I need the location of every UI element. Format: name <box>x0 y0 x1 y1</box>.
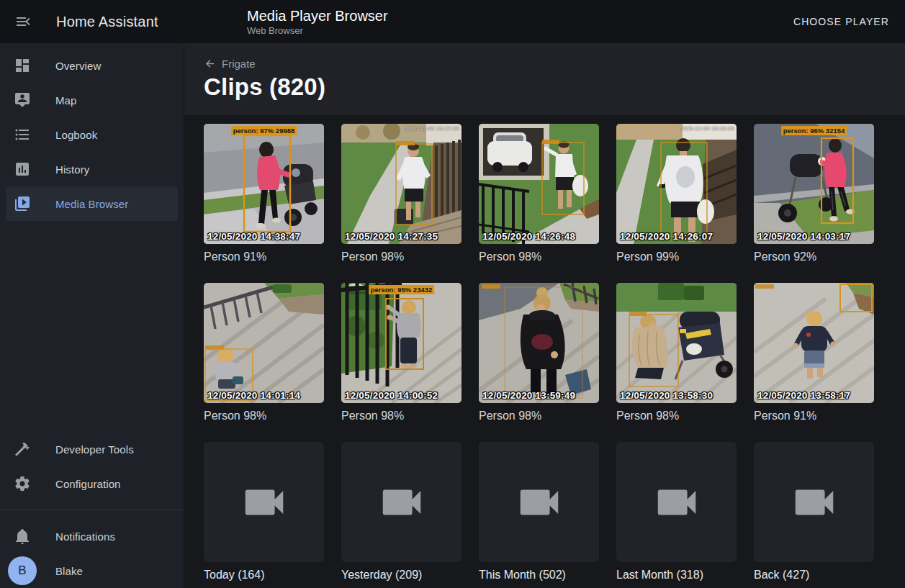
clip-caption: Person 99% <box>616 250 737 264</box>
sidebar-item-configuration[interactable]: Configuration <box>6 466 178 501</box>
clip-caption: Person 91% <box>204 250 324 264</box>
bell-icon <box>14 528 31 545</box>
video-camera-icon <box>377 477 427 528</box>
camera-osd-timestamp: 2020-12-05 15:27:36 <box>405 125 459 132</box>
video-camera-icon <box>789 477 839 528</box>
home-assistant-app: Home Assistant Media Player Browser Web … <box>0 0 905 588</box>
sidebar-item-label: Media Browser <box>55 198 128 210</box>
sidebar-item-history[interactable]: History <box>6 152 178 186</box>
camera-snapshot-art <box>341 283 461 403</box>
camera-snapshot-art <box>204 124 324 244</box>
clip-timestamp: 12/05/2020 14:01:14 <box>207 390 300 401</box>
camera-snapshot-art <box>204 283 324 403</box>
sidebar-item-label: Overview <box>55 60 101 72</box>
clip-thumbnail: person: 97% 29988 12/05/2020 14:38:47 <box>204 124 324 244</box>
clip-thumbnail: 12/05/2020 13:59:49 <box>479 283 599 403</box>
clip-card[interactable]: 12/05/2020 13:58:30 Person 98% <box>616 283 737 423</box>
clip-card[interactable]: person: 96% 32154 12/05/2020 14:03:17 Pe… <box>754 124 874 264</box>
folder-tile <box>204 442 324 562</box>
clip-caption: Person 98% <box>341 250 461 264</box>
folder-tile <box>479 442 599 562</box>
clip-timestamp: 12/05/2020 14:26:48 <box>482 231 575 242</box>
sidebar: Overview Map Logbook History Media Brows… <box>0 43 184 588</box>
sidebar-item-label: Configuration <box>55 478 121 490</box>
top-bar: Home Assistant Media Player Browser Web … <box>0 0 905 43</box>
sidebar-spacer <box>6 221 178 432</box>
clip-caption: Person 98% <box>479 250 599 264</box>
camera-snapshot-art <box>754 283 874 403</box>
media-browser-content: Frigate Clips (820) <box>184 43 905 588</box>
page-title: Clips (820) <box>204 73 905 101</box>
folder-label: Last Month (318) <box>616 568 737 582</box>
clip-card[interactable]: 12/05/2020 13:58:17 Person 91% <box>754 283 874 423</box>
map-account-icon <box>14 91 31 109</box>
clip-card[interactable]: 2020-12-05 15:26:06 12/05/2020 14:26:07 … <box>616 124 737 264</box>
app-title: Home Assistant <box>56 14 158 30</box>
clip-card[interactable]: person: 97% 29988 12/05/2020 14:38:47 Pe… <box>204 124 324 264</box>
folder-card-today[interactable]: Today (164) <box>204 442 324 582</box>
clip-caption: Person 98% <box>204 409 324 423</box>
clip-timestamp: 12/05/2020 14:26:07 <box>620 231 713 242</box>
sidebar-item-logbook[interactable]: Logbook <box>6 117 178 152</box>
sidebar-item-developer-tools[interactable]: Developer Tools <box>6 432 178 466</box>
sidebar-item-notifications[interactable]: Notifications <box>6 519 178 553</box>
media-grid: person: 97% 29988 12/05/2020 14:38:47 Pe… <box>184 115 905 588</box>
camera-snapshot-art <box>341 124 461 244</box>
panel-title: Media Player Browser <box>247 7 388 24</box>
clip-card[interactable]: person: 95% 23432 12/05/2020 14:00:52 Pe… <box>341 283 461 423</box>
clip-timestamp: 12/05/2020 13:59:49 <box>482 390 575 401</box>
breadcrumb-back-frigate[interactable]: Frigate <box>204 58 256 70</box>
chart-box-icon <box>14 160 31 178</box>
folder-card-yesterday[interactable]: Yesterday (209) <box>341 442 461 582</box>
camera-osd-timestamp: 2020-12-05 15:26:06 <box>680 125 734 132</box>
content-header: Frigate Clips (820) <box>184 43 905 115</box>
sidebar-divider <box>0 510 184 510</box>
folder-label: This Month (502) <box>479 568 599 582</box>
sidebar-toggle-menu-icon[interactable] <box>14 13 32 30</box>
folder-label: Back (427) <box>754 568 874 582</box>
folder-tile <box>754 442 874 562</box>
clip-timestamp: 12/05/2020 14:03:17 <box>757 231 850 242</box>
folder-card-this-month[interactable]: This Month (502) <box>479 442 599 582</box>
breadcrumb-label: Frigate <box>222 58 256 70</box>
sidebar-item-label: Notifications <box>55 530 115 543</box>
clip-thumbnail: 12/05/2020 13:58:17 <box>754 283 874 403</box>
clip-timestamp: 12/05/2020 13:58:17 <box>757 390 850 401</box>
back-arrow-icon <box>204 58 216 70</box>
camera-snapshot-art <box>754 124 874 244</box>
folder-tile <box>341 442 461 562</box>
camera-snapshot-art <box>616 283 737 403</box>
clip-card[interactable]: 12/05/2020 13:59:49 Person 98% <box>479 283 599 423</box>
sidebar-item-label: Map <box>55 94 76 107</box>
clip-card[interactable]: 12/05/2020 14:01:14 Person 98% <box>204 283 324 423</box>
folder-card-last-month[interactable]: Last Month (318) <box>616 442 737 582</box>
clip-thumbnail: person: 95% 23432 12/05/2020 14:00:52 <box>341 283 461 403</box>
sidebar-item-label: Developer Tools <box>55 443 134 456</box>
folder-card-back[interactable]: Back (427) <box>754 442 874 582</box>
panel-subtitle: Web Browser <box>247 24 388 37</box>
gear-icon <box>14 475 31 492</box>
detection-label: person: 95% 23432 <box>369 285 435 294</box>
panel-header: Media Player Browser Web Browser <box>247 7 388 37</box>
detection-label: person: 97% 29988 <box>231 126 297 135</box>
clip-thumbnail: person: 96% 32154 12/05/2020 14:03:17 <box>754 124 874 244</box>
clip-caption: Person 98% <box>616 409 737 423</box>
sidebar-item-user-profile[interactable]: B Blake <box>6 553 178 588</box>
hammer-icon <box>14 440 31 458</box>
clip-thumbnail: 12/05/2020 14:01:14 <box>204 283 324 403</box>
detection-label: person: 96% 32154 <box>781 126 847 135</box>
sidebar-item-map[interactable]: Map <box>6 83 178 117</box>
camera-snapshot-art <box>479 124 599 244</box>
clip-caption: Person 92% <box>754 250 874 264</box>
sidebar-item-overview[interactable]: Overview <box>6 48 178 83</box>
clip-card[interactable]: 2020-12-05 15:27:36 12/05/2020 14:27:35 … <box>341 124 461 264</box>
sidebar-item-media-browser[interactable]: Media Browser <box>6 186 178 221</box>
clip-card[interactable]: 12/05/2020 14:26:48 Person 98% <box>479 124 599 264</box>
choose-player-button[interactable]: CHOOSE PLAYER <box>788 10 895 33</box>
camera-snapshot-art <box>616 124 737 244</box>
sidebar-item-label: Logbook <box>55 129 97 141</box>
clip-timestamp: 12/05/2020 14:00:52 <box>345 390 438 401</box>
play-box-multiple-icon <box>14 195 31 212</box>
video-camera-icon <box>514 477 564 528</box>
clip-thumbnail: 2020-12-05 15:27:36 12/05/2020 14:27:35 <box>341 124 461 244</box>
